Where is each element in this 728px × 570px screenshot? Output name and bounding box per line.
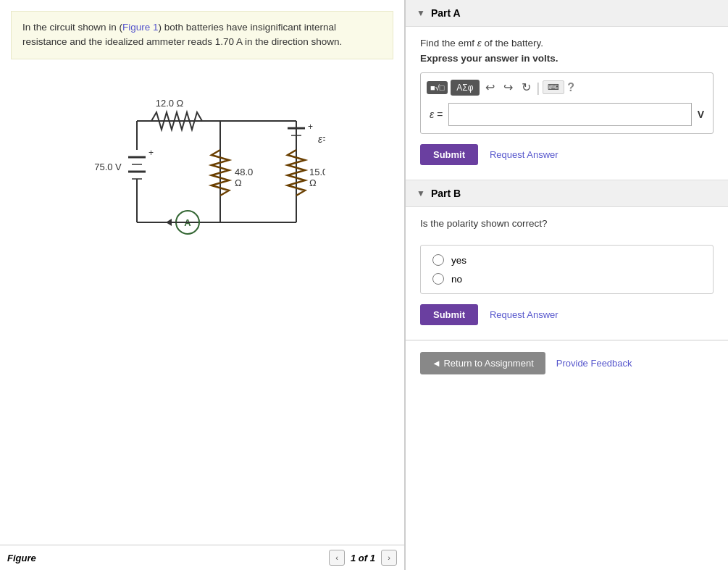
part-b-header: ▼ Part B: [406, 180, 728, 207]
svg-text:Ω: Ω: [309, 177, 317, 188]
bottom-actions: ◄ Return to Assignment Provide Feedback: [406, 340, 728, 385]
equation-row: ε = V: [427, 101, 707, 127]
return-to-assignment-button[interactable]: ◄ Return to Assignment: [420, 352, 545, 374]
figure-label: Figure: [7, 553, 36, 563]
radio-yes[interactable]: yes: [432, 254, 701, 266]
svg-text:+: +: [148, 148, 154, 158]
figure-footer: Figure ‹ 1 of 1 ›: [0, 545, 404, 570]
part-a-submit-button[interactable]: Submit: [420, 144, 478, 165]
problem-text: In the circuit shown in (Figure 1) both …: [11, 11, 393, 59]
radio-yes-label: yes: [451, 255, 466, 266]
help-button[interactable]: ?: [567, 81, 574, 94]
figure-area: 12.0 Ω + 75.0 V 48.0 Ω: [0, 70, 404, 545]
part-b-content: Is the polarity shown correct? yes no Su…: [406, 207, 728, 340]
radio-no[interactable]: no: [432, 273, 701, 285]
problem-statement: In the circuit shown in (: [22, 22, 122, 33]
circuit-diagram: 12.0 Ω + 75.0 V 48.0 Ω: [79, 92, 325, 251]
equation-label: ε =: [430, 109, 443, 120]
svg-text:+: +: [308, 122, 313, 132]
math-toolbar: ■√□ AΣφ ↩ ↪ ↻ | ⌨ ?: [427, 79, 707, 96]
part-a-chevron: ▼: [417, 8, 425, 18]
v1-label: 75.0 V: [94, 162, 122, 172]
part-b-chevron: ▼: [417, 188, 425, 198]
next-figure-button[interactable]: ›: [381, 550, 397, 566]
part-a-request-answer-link[interactable]: Request Answer: [490, 149, 558, 160]
left-panel: In the circuit shown in (Figure 1) both …: [0, 0, 406, 570]
part-b-submit-button[interactable]: Submit: [420, 304, 478, 325]
part-a-actions: Submit Request Answer: [420, 144, 714, 165]
part-a-label: Part A: [431, 7, 461, 19]
answer-input[interactable]: [448, 103, 691, 126]
part-b-section: ▼ Part B Is the polarity shown correct? …: [406, 180, 728, 340]
radio-container: yes no: [420, 245, 714, 294]
part-a-express: Express your answer in volts.: [420, 53, 714, 64]
keyboard-button[interactable]: ⌨: [543, 80, 564, 94]
math-input-container: ■√□ AΣφ ↩ ↪ ↻ | ⌨ ? ε = V: [420, 72, 714, 134]
redo-button[interactable]: ↪: [501, 79, 516, 96]
refresh-button[interactable]: ↻: [519, 79, 534, 96]
radio-yes-input[interactable]: [432, 254, 444, 266]
part-a-header: ▼ Part A: [406, 0, 728, 27]
unit-label: V: [698, 109, 704, 120]
radio-no-input[interactable]: [432, 273, 444, 285]
toolbar-sep: |: [537, 81, 540, 94]
provide-feedback-link[interactable]: Provide Feedback: [556, 358, 632, 369]
circuit-container: 12.0 Ω + 75.0 V 48.0 Ω: [7, 77, 397, 266]
undo-button[interactable]: ↩: [482, 79, 498, 96]
part-b-request-answer-link[interactable]: Request Answer: [490, 309, 558, 320]
part-a-section: ▼ Part A Find the emf ε of the battery. …: [406, 0, 728, 180]
prev-figure-button[interactable]: ‹: [329, 550, 345, 566]
part-a-question: Find the emf ε of the battery.: [420, 38, 714, 49]
part-b-question: Is the polarity shown correct?: [420, 218, 714, 229]
matrix-button[interactable]: ■√□: [427, 81, 448, 94]
figure-page: 1 of 1: [351, 553, 375, 563]
r2-label: 48.0: [235, 167, 253, 177]
svg-text:Ω: Ω: [235, 177, 242, 188]
part-b-label: Part B: [431, 188, 461, 199]
svg-marker-18: [166, 219, 172, 226]
part-b-actions: Submit Request Answer: [420, 304, 714, 325]
figure-link[interactable]: Figure 1: [122, 22, 159, 33]
figure-scroll[interactable]: 12.0 Ω + 75.0 V 48.0 Ω: [0, 70, 404, 545]
emf-label: ε=?: [318, 133, 325, 145]
radio-no-label: no: [451, 274, 462, 285]
sigma-button[interactable]: AΣφ: [451, 80, 479, 96]
figure-nav: ‹ 1 of 1 ›: [329, 550, 397, 566]
part-a-content: Find the emf ε of the battery. Express y…: [406, 27, 728, 180]
r1-label: 12.0 Ω: [156, 98, 184, 109]
right-panel: ▼ Part A Find the emf ε of the battery. …: [406, 0, 728, 570]
r3-label: 15.0: [309, 167, 325, 177]
